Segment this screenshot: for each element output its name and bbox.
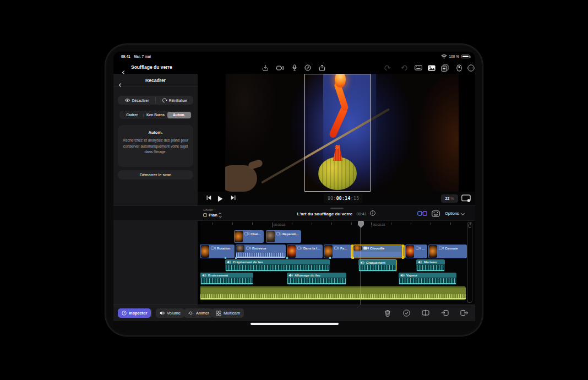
clip-thumbnail [429,245,437,258]
main-clip[interactable]: Entrevue [236,245,286,258]
clip-label: Entrevue [252,247,266,250]
trim-handle-right[interactable] [402,245,405,259]
skip-back-button[interactable] [206,195,211,200]
split-clip-button[interactable] [422,310,429,316]
audio-clip[interactable]: Bruissement [200,273,253,285]
append-insert-button[interactable] [460,310,468,316]
viewer-display-button[interactable] [461,194,471,202]
live-drawing-button[interactable] [303,64,312,72]
tab-ken-burns[interactable]: Ken Burns [144,112,167,118]
multicam-button[interactable]: Multicam [212,308,244,318]
connected-clip[interactable]: Réparati… [266,230,301,243]
crop-inspector-panel: Recadrer Désactiver Réinitialiser Cadrer [113,74,198,305]
connected-clip[interactable]: Chal… [234,230,264,243]
timecode-frames: :15 [351,196,360,201]
voiceover-mic-button[interactable] [290,64,299,72]
info-title: Autom. [118,130,193,135]
play-button[interactable] [217,196,223,202]
video-viewer [198,74,475,192]
approve-button[interactable] [403,310,410,317]
playhead-line [361,225,361,305]
inspector-icon [122,311,127,316]
clip-label: Cassure [445,247,458,250]
audio-clip[interactable]: Allumage du feu [287,273,346,285]
skip-forward-button[interactable] [231,195,236,200]
crop-dim-overlay-right [371,74,459,192]
reset-button[interactable]: Réinitialiser [156,96,193,105]
animate-button[interactable]: Animer [184,308,213,318]
main-clip-selected[interactable]: Citrouille [352,245,403,258]
undo-button[interactable] [383,64,391,72]
status-date: Mar. 7 mai [134,55,151,58]
timeline-scrollbar-handle[interactable] [469,224,471,228]
timecode-main: 00:14 [336,196,351,201]
connected-clips-icon[interactable] [417,210,427,216]
timeline-project-name: L'art du soufflage du verre [297,211,353,216]
battery-percent: 100 % [449,55,459,58]
clip-thumbnail [324,245,333,258]
share-button[interactable] [318,64,326,72]
clip-label: Dans la f… [303,247,320,250]
info-body: Recherchez et analysez des plans pour co… [123,138,188,155]
camera-icon [297,246,302,250]
status-time: 09:41 [121,55,130,58]
timecode-display: 00:00:14:15 [324,193,363,203]
trim-handle-left[interactable] [351,245,353,259]
audio-clip[interactable]: Craquement [358,259,397,272]
eye-icon [124,98,130,102]
viewer-zoom-control[interactable]: 22 % [441,194,458,203]
speaker-icon [400,273,405,278]
disable-button[interactable]: Désactiver [118,96,155,105]
info-icon[interactable] [370,210,375,216]
tab-cadrer[interactable]: Cadrer [121,112,144,118]
clip-label: Crépitement du feu [233,260,263,264]
timecode-hours: 00: [328,196,336,201]
start-scan-button[interactable]: Démarrer le scan [118,170,193,180]
speaker-icon [288,273,293,278]
inspect-button[interactable]: Inspecter [118,308,151,318]
options-dropdown[interactable]: Options [445,211,464,216]
camera-filled-icon [363,246,369,250]
timeline[interactable]: 00:00:10 00:00:15 Chal… Réparati… Rotati… [200,221,475,305]
battery-icon [461,55,470,59]
clip-thumbnail [235,231,243,242]
title-bar: Soufflage du verre [113,61,475,74]
home-indicator[interactable] [251,323,339,325]
main-clip[interactable]: Dans la f… [287,245,323,258]
main-clip[interactable]: Rotation [200,245,235,258]
import-media-button[interactable] [261,64,270,72]
timeline-ruler[interactable]: 00:00:10 00:00:15 [200,221,475,229]
overwrite-insert-button[interactable] [441,310,449,316]
reset-label: Réinitialiser [169,99,188,102]
audio-clip[interactable]: Crépitement du feu [225,259,330,272]
timeline-resize-handle[interactable] [330,208,344,209]
main-clip[interactable]: Cassure [428,245,467,258]
media-browser-button[interactable] [427,64,436,72]
music-clip[interactable] [200,286,466,300]
delete-button[interactable] [384,310,391,317]
camera-icon [211,246,216,250]
start-scan-label: Démarrer le scan [140,172,172,177]
clip-label: Marteau [424,260,437,264]
crop-frame[interactable] [304,74,371,192]
audio-clip[interactable]: Marteau [416,259,445,272]
effects-browser-button[interactable] [440,64,449,72]
main-clip[interactable]: … [405,245,427,258]
media-cartridge-icon[interactable] [432,210,440,217]
audio-clip[interactable]: Vapeur [399,273,456,285]
main-clip[interactable]: Fa… [324,245,351,258]
more-options-button[interactable] [466,64,475,72]
multicam-label: Multicam [224,311,240,316]
record-camera-button[interactable] [275,64,284,72]
crop-action-row: Désactiver Réinitialiser [118,96,193,105]
remote-jog-button[interactable] [455,64,464,72]
camera-icon [334,246,339,250]
tab-autom[interactable]: Autom. [167,112,191,118]
volume-button[interactable]: Volume [156,308,184,318]
clip-label: Vapeur [406,274,417,277]
redo-button[interactable] [400,64,409,72]
app-screen: 09:41 Mar. 7 mai 100 % Soufflage du verr… [113,52,475,329]
timeline-scrollbar-track[interactable] [467,222,472,303]
clip-label: Craquement [366,261,385,264]
keyboard-button[interactable] [414,64,423,72]
